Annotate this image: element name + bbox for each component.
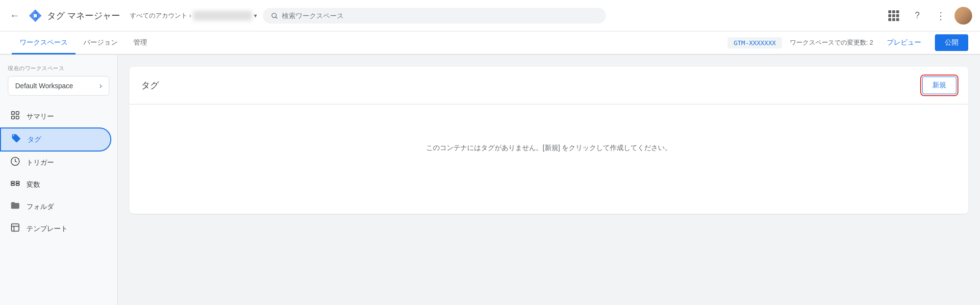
sidebar-item-variables[interactable]: 変数 [0,174,111,196]
svg-point-3 [272,13,276,17]
gtm-logo-icon [27,8,43,24]
help-icon: ? [915,10,920,21]
sidebar-item-summary[interactable]: サマリー [0,105,111,127]
changes-count: ワークスペースでの変更数: 2 [790,38,873,47]
sidebar-item-label-triggers: トリガー [26,158,54,167]
tab-workspace[interactable]: ワークスペース [12,32,75,54]
account-selector[interactable]: すべてのアカウント › ▾ [130,11,257,21]
svg-rect-7 [12,116,15,119]
sidebar-item-label-tags: タグ [27,135,41,144]
header-actions: ? ⋮ [884,6,972,25]
workspace-name-row[interactable]: Default Workspace › [8,76,109,96]
account-blurred [193,11,252,21]
svg-rect-12 [11,184,15,185]
tag-icon [11,133,22,146]
chevron-down-icon: ▾ [254,12,257,19]
svg-rect-10 [11,181,15,183]
svg-rect-11 [16,181,20,183]
nav-tabs: ワークスペース バージョン 管理 [12,31,155,54]
content-area: タグ 新規 このコンテナにはタグがありません。[新規] をクリックして作成してく… [118,55,980,305]
sidebar-item-tags[interactable]: タグ [0,127,111,152]
grid-apps-button[interactable] [884,6,904,25]
empty-message: このコンテナにはタグがありません。[新規] をクリックして作成してください。 [129,104,968,192]
template-icon [10,223,21,235]
trigger-icon [10,156,21,169]
help-button[interactable]: ? [907,6,927,25]
more-icon: ⋮ [936,10,946,22]
sidebar-nav: サマリー タグ トリガー [0,105,117,240]
sidebar-item-triggers[interactable]: トリガー [0,152,111,174]
sidebar-item-folders[interactable]: フォルダ [0,196,111,218]
sidebar-item-label-summary: サマリー [26,112,54,121]
grid-icon [888,10,899,21]
summary-icon [10,110,21,123]
sidebar-item-label-folders: フォルダ [26,203,54,211]
logo-area: タグ マネージャー [27,8,120,24]
workspace-name: Default Workspace [15,82,73,90]
tab-admin[interactable]: 管理 [126,32,155,54]
content-card: タグ 新規 このコンテナにはタグがありません。[新規] をクリックして作成してく… [129,67,968,214]
svg-rect-13 [16,184,20,185]
variable-icon [10,178,21,191]
chevron-right-icon: › [189,12,191,19]
workspace-section-label: 現在のワークスペース [8,65,109,72]
search-bar [263,8,606,24]
more-options-button[interactable]: ⋮ [931,6,951,25]
folder-icon [10,201,21,213]
svg-rect-2 [34,14,37,17]
card-title: タグ [141,79,159,91]
card-header: タグ 新規 [129,67,968,104]
svg-rect-14 [12,224,19,231]
back-button[interactable]: ← [8,8,22,23]
top-header: ← タグ マネージャー すべてのアカウント › ▾ [0,0,980,31]
sidebar-item-label-variables: 変数 [26,180,40,189]
search-input[interactable] [282,12,598,20]
sub-header: ワークスペース バージョン 管理 GTM-XXXXXXX ワークスペースでの変更… [0,31,980,55]
workspace-chevron-icon: › [100,81,102,90]
sidebar-item-templates[interactable]: テンプレート [0,218,111,240]
sidebar-item-label-templates: テンプレート [26,225,68,233]
gtm-id-badge: GTM-XXXXXXX [728,37,781,49]
sidebar: 現在のワークスペース Default Workspace › サマリー [0,55,118,305]
preview-button[interactable]: プレビュー [881,34,927,51]
new-button[interactable]: 新規 [922,76,956,94]
main-layout: 現在のワークスペース Default Workspace › サマリー [0,55,980,305]
avatar[interactable] [955,7,972,25]
svg-line-4 [276,17,277,18]
publish-button[interactable]: 公開 [935,34,968,51]
svg-rect-8 [16,116,19,119]
search-icon [271,12,278,20]
tab-version[interactable]: バージョン [75,32,126,54]
all-accounts-label: すべてのアカウント [130,11,187,20]
workspace-section: 現在のワークスペース Default Workspace › [0,59,117,100]
app-title: タグ マネージャー [47,10,120,22]
svg-rect-6 [16,112,19,115]
sub-header-right: GTM-XXXXXXX ワークスペースでの変更数: 2 プレビュー 公開 [728,34,968,51]
svg-rect-5 [12,112,15,115]
